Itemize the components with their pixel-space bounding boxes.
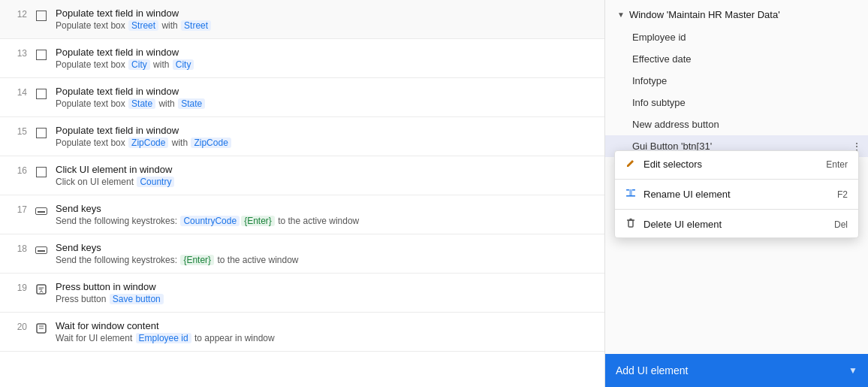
tree-header: ▼ Window 'Maintain HR Master Data' xyxy=(605,0,868,26)
step-desc: Populate text box ZipCode with ZipCode xyxy=(56,138,595,148)
context-menu-item-rename-ui-element[interactable]: Rename UI elementF2 xyxy=(615,181,858,207)
tag: State xyxy=(178,98,205,109)
shortcut-label: Del xyxy=(834,219,848,230)
step-content: Send keysSend the following keystrokes: … xyxy=(56,203,595,226)
step-title: Send keys xyxy=(56,203,595,214)
tag: {Enter} xyxy=(241,216,275,226)
wait-icon xyxy=(35,322,48,335)
add-ui-element-button[interactable]: Add UI element ▼ xyxy=(605,354,868,387)
tree-panel: ▼ Window 'Maintain HR Master Data' Emplo… xyxy=(605,0,868,387)
step-description: Populate text box Street with Street xyxy=(56,20,212,31)
tag: City xyxy=(128,59,150,70)
step-desc: Click on UI element Country xyxy=(56,177,595,187)
context-menu-label: Delete UI element xyxy=(643,219,722,230)
step-content: Wait for window contentWait for UI eleme… xyxy=(56,320,595,343)
tree-item-effective-date[interactable]: Effective date xyxy=(605,48,868,70)
step-number: 18 xyxy=(9,242,27,254)
step-description: Populate text box ZipCode with ZipCode xyxy=(56,138,232,148)
step-title: Click UI element in window xyxy=(56,164,595,175)
step-description: Send the following keystrokes: CountryCo… xyxy=(56,216,359,226)
tree-item-employee-id[interactable]: Employee id xyxy=(605,26,868,48)
svg-rect-6 xyxy=(629,189,632,195)
window-icon xyxy=(35,48,48,62)
step-content: Populate text field in windowPopulate te… xyxy=(56,86,595,109)
keyboard-icon xyxy=(35,243,48,257)
add-ui-element-label: Add UI element xyxy=(616,364,689,376)
context-menu-item-delete-ui-element[interactable]: Delete UI elementDel xyxy=(615,211,858,237)
separator xyxy=(615,179,858,180)
window-icon xyxy=(35,165,48,179)
shortcut-label: Enter xyxy=(826,159,848,170)
tag: Country xyxy=(137,177,174,187)
add-ui-chevron-icon: ▼ xyxy=(848,365,857,376)
step-desc: Populate text box State with State xyxy=(56,98,595,109)
chevron-icon: ▼ xyxy=(617,11,625,19)
delete-icon xyxy=(625,218,636,231)
tree-item-new-address-button[interactable]: New address button xyxy=(605,113,868,135)
step-title: Populate text field in window xyxy=(56,125,595,136)
step-row[interactable]: 17Send keysSend the following keystrokes… xyxy=(0,195,604,234)
step-desc: Populate text box City with City xyxy=(56,59,595,70)
step-row[interactable]: 19Press button in windowPress button Sav… xyxy=(0,274,604,313)
tree-item-infotype[interactable]: Infotype xyxy=(605,70,868,92)
steps-panel: 12Populate text field in windowPopulate … xyxy=(0,0,605,387)
step-content: Click UI element in windowClick on UI el… xyxy=(56,164,595,187)
tag: Street xyxy=(128,20,158,31)
step-row[interactable]: 15Populate text field in windowPopulate … xyxy=(0,117,604,156)
step-content: Populate text field in windowPopulate te… xyxy=(56,47,595,70)
step-row[interactable]: 14Populate text field in windowPopulate … xyxy=(0,78,604,117)
tag: CountryCode xyxy=(180,216,240,226)
window-icon xyxy=(35,126,48,140)
rename-icon xyxy=(625,188,636,201)
step-number: 14 xyxy=(9,86,27,98)
step-title: Wait for window content xyxy=(56,320,595,331)
tag: ZipCode xyxy=(128,138,168,148)
tag: {Enter} xyxy=(180,255,214,265)
step-content: Populate text field in windowPopulate te… xyxy=(56,8,595,31)
step-description: Populate text box State with State xyxy=(56,98,206,109)
step-number: 15 xyxy=(9,125,27,137)
step-description: Click on UI element Country xyxy=(56,177,175,187)
context-menu-label: Rename UI element xyxy=(643,189,731,200)
press-icon xyxy=(35,283,48,296)
svg-rect-7 xyxy=(632,189,635,191)
edit-icon xyxy=(625,158,636,171)
separator xyxy=(615,209,858,210)
context-menu-item-edit-selectors[interactable]: Edit selectorsEnter xyxy=(615,151,858,177)
step-number: 16 xyxy=(9,164,27,176)
step-number: 12 xyxy=(9,8,27,20)
tag: State xyxy=(128,98,155,109)
step-row[interactable]: 18Send keysSend the following keystrokes… xyxy=(0,234,604,274)
tag: Save button xyxy=(110,294,164,304)
tree-item-info-subtype[interactable]: Info subtype xyxy=(605,92,868,113)
step-row[interactable]: 16Click UI element in windowClick on UI … xyxy=(0,156,604,195)
step-title: Populate text field in window xyxy=(56,47,595,58)
svg-rect-4 xyxy=(626,195,635,197)
step-title: Populate text field in window xyxy=(56,8,595,19)
step-desc: Wait for UI element Employee id to appea… xyxy=(56,333,595,343)
step-row[interactable]: 13Populate text field in windowPopulate … xyxy=(0,39,604,78)
step-title: Press button in window xyxy=(56,281,595,292)
step-description: Send the following keystrokes: {Enter} t… xyxy=(56,255,299,265)
step-description: Press button Save button xyxy=(56,294,164,304)
tag: ZipCode xyxy=(191,138,231,148)
step-content: Populate text field in windowPopulate te… xyxy=(56,125,595,148)
tag: City xyxy=(173,59,194,70)
step-row[interactable]: 12Populate text field in windowPopulate … xyxy=(0,0,604,39)
keyboard-icon xyxy=(35,204,48,218)
window-title: Window 'Maintain HR Master Data' xyxy=(629,9,780,20)
right-panel: ▼ Window 'Maintain HR Master Data' Emplo… xyxy=(605,0,868,387)
tree-items-top: Employee idEffective dateInfotypeInfo su… xyxy=(605,26,868,157)
step-desc: Send the following keystrokes: CountryCo… xyxy=(56,216,595,226)
context-menu: Edit selectorsEnterRename UI elementF2De… xyxy=(614,150,859,238)
step-title: Populate text field in window xyxy=(56,86,595,97)
step-description: Wait for UI element Employee id to appea… xyxy=(56,333,275,343)
window-icon xyxy=(35,9,48,23)
step-row[interactable]: 20Wait for window contentWait for UI ele… xyxy=(0,313,604,352)
svg-rect-5 xyxy=(626,189,629,191)
tag: Street xyxy=(181,20,211,31)
step-content: Press button in windowPress button Save … xyxy=(56,281,595,304)
tag: Employee id xyxy=(136,333,191,343)
step-number: 19 xyxy=(9,281,27,293)
step-number: 13 xyxy=(9,47,27,59)
